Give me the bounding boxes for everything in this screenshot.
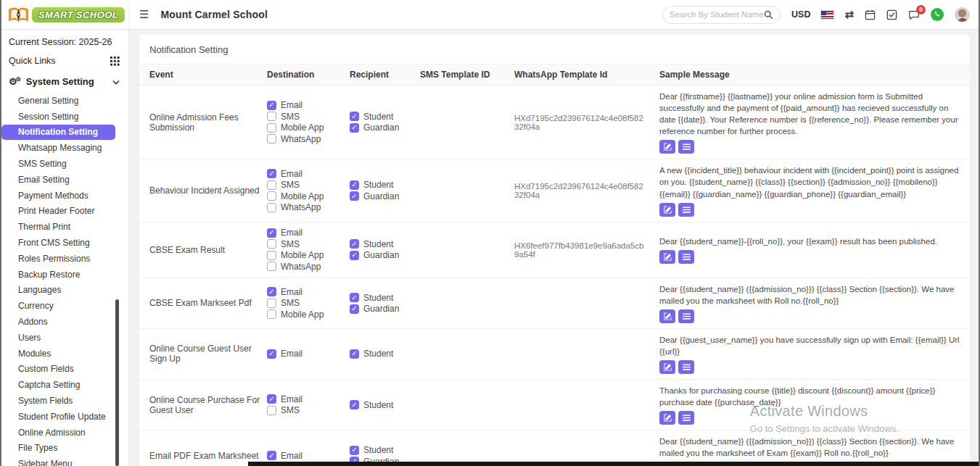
sidebar-item-email-setting[interactable]: Email Setting xyxy=(0,172,128,188)
unchecked-checkbox-icon[interactable] xyxy=(267,299,276,308)
sidebar-item-file-types[interactable]: File Types xyxy=(0,441,128,457)
messages-icon[interactable]: 0 xyxy=(908,9,920,20)
unchecked-checkbox-icon[interactable] xyxy=(267,180,276,190)
sidebar-scrollbar[interactable] xyxy=(115,299,119,466)
destination-checkbox-email[interactable]: ✓Email xyxy=(267,168,344,180)
sidebar-item-front-cms-setting[interactable]: Front CMS Setting xyxy=(0,235,128,251)
recipient-checkbox-guardian[interactable]: ✓Guardian xyxy=(350,191,414,202)
unchecked-checkbox-icon[interactable] xyxy=(267,134,276,143)
sidebar-item-users[interactable]: Users xyxy=(0,330,128,346)
sidebar-toggle-hamburger-icon[interactable]: ☰ xyxy=(139,8,149,21)
sidebar-item-custom-fields[interactable]: Custom Fields xyxy=(0,362,128,378)
recipient-checkbox-student[interactable]: ✓Student xyxy=(350,399,414,411)
whatsapp-icon[interactable] xyxy=(931,8,944,21)
app-logo[interactable]: SMART SCHOOL xyxy=(0,0,129,29)
edit-message-button[interactable] xyxy=(659,309,675,323)
user-avatar[interactable] xyxy=(955,7,970,22)
message-variables-button[interactable] xyxy=(678,360,694,374)
destination-checkbox-email[interactable]: ✓Email xyxy=(267,228,344,239)
session-switch-icon[interactable]: ⇄ xyxy=(844,8,854,21)
sidebar-item-online-admission[interactable]: Online Admission xyxy=(0,425,128,441)
message-variables-button[interactable] xyxy=(678,250,694,264)
destination-checkbox-sms[interactable]: SMS xyxy=(267,405,344,417)
unchecked-checkbox-icon[interactable] xyxy=(267,203,276,212)
sidebar-item-whatsapp-messaging[interactable]: Whatsapp Messaging xyxy=(0,140,128,156)
recipient-checkbox-student[interactable]: ✓Student xyxy=(350,111,414,122)
checked-checkbox-icon[interactable]: ✓ xyxy=(350,123,359,133)
unchecked-checkbox-icon[interactable] xyxy=(267,239,276,249)
student-search[interactable] xyxy=(662,6,781,24)
destination-checkbox-mobile-app[interactable]: Mobile App xyxy=(267,309,344,320)
edit-message-button[interactable] xyxy=(659,140,675,154)
recipient-checkbox-student[interactable]: ✓Student xyxy=(350,349,414,360)
unchecked-checkbox-icon[interactable] xyxy=(267,112,276,121)
sidebar-item-general-setting[interactable]: General Setting xyxy=(0,93,128,109)
unchecked-checkbox-icon[interactable] xyxy=(267,309,276,319)
recipient-checkbox-student[interactable]: ✓Student xyxy=(350,292,414,304)
sidebar-item-print-header-footer[interactable]: Print Header Footer xyxy=(0,204,128,220)
recipient-checkbox-student[interactable]: ✓Student xyxy=(350,180,414,191)
destination-checkbox-mobile-app[interactable]: Mobile App xyxy=(267,122,344,134)
destination-checkbox-sms[interactable]: SMS xyxy=(267,298,344,309)
sidebar-item-backup-restore[interactable]: Backup Restore xyxy=(0,267,128,283)
checked-checkbox-icon[interactable]: ✓ xyxy=(267,101,276,110)
sidebar-item-sms-setting[interactable]: SMS Setting xyxy=(0,156,128,172)
sidebar-item-notification-setting[interactable]: Notification Setting xyxy=(1,125,115,141)
task-check-icon[interactable] xyxy=(886,9,897,20)
unchecked-checkbox-icon[interactable] xyxy=(267,406,276,415)
checked-checkbox-icon[interactable]: ✓ xyxy=(350,446,359,455)
horizontal-scrollbar[interactable] xyxy=(248,462,980,466)
checked-checkbox-icon[interactable]: ✓ xyxy=(350,304,359,314)
recipient-checkbox-student[interactable]: ✓Student xyxy=(350,444,414,456)
destination-checkbox-sms[interactable]: SMS xyxy=(267,238,344,250)
checked-checkbox-icon[interactable]: ✓ xyxy=(350,251,359,260)
checked-checkbox-icon[interactable]: ✓ xyxy=(267,169,276,178)
sidebar-item-payment-methods[interactable]: Payment Methods xyxy=(0,188,128,204)
checked-checkbox-icon[interactable]: ✓ xyxy=(350,400,359,409)
sidebar-item-languages[interactable]: Languages xyxy=(0,283,128,299)
checked-checkbox-icon[interactable]: ✓ xyxy=(267,451,276,460)
destination-checkbox-whatsapp[interactable]: WhatsApp xyxy=(267,202,344,214)
destination-checkbox-email[interactable]: ✓Email xyxy=(267,349,344,360)
destination-checkbox-mobile-app[interactable]: Mobile App xyxy=(267,250,344,262)
search-input[interactable] xyxy=(670,10,764,19)
checked-checkbox-icon[interactable]: ✓ xyxy=(350,191,359,201)
unchecked-checkbox-icon[interactable] xyxy=(267,123,276,133)
checked-checkbox-icon[interactable]: ✓ xyxy=(350,112,359,121)
sidebar-item-session-setting[interactable]: Session Setting xyxy=(0,109,128,125)
recipient-checkbox-guardian[interactable]: ✓Guardian xyxy=(350,250,414,262)
language-flag-icon[interactable] xyxy=(821,11,833,19)
checked-checkbox-icon[interactable]: ✓ xyxy=(267,394,276,404)
destination-checkbox-email[interactable]: ✓Email xyxy=(267,286,344,298)
sidebar-item-thermal-print[interactable]: Thermal Print xyxy=(0,219,128,235)
recipient-checkbox-guardian[interactable]: ✓Guardian xyxy=(350,122,414,134)
sidebar-item-addons[interactable]: Addons xyxy=(0,314,128,330)
destination-checkbox-sms[interactable]: SMS xyxy=(267,111,344,122)
sidebar-item-system-fields[interactable]: System Fields xyxy=(0,393,128,409)
recipient-checkbox-guardian[interactable]: ✓Guardian xyxy=(350,303,414,315)
message-variables-button[interactable] xyxy=(678,203,694,217)
message-variables-button[interactable] xyxy=(678,309,694,323)
search-icon[interactable] xyxy=(764,10,773,20)
checked-checkbox-icon[interactable]: ✓ xyxy=(267,349,276,359)
destination-checkbox-sms[interactable]: SMS xyxy=(267,180,344,191)
sidebar-item-captcha-setting[interactable]: Captcha Setting xyxy=(0,377,128,393)
recipient-checkbox-student[interactable]: ✓Student xyxy=(350,238,414,250)
unchecked-checkbox-icon[interactable] xyxy=(267,191,276,201)
quick-links[interactable]: Quick Links xyxy=(0,50,128,70)
edit-message-button[interactable] xyxy=(659,250,675,264)
edit-message-button[interactable] xyxy=(659,411,675,425)
currency-selector[interactable]: USD xyxy=(791,9,810,20)
checked-checkbox-icon[interactable]: ✓ xyxy=(350,239,359,249)
unchecked-checkbox-icon[interactable] xyxy=(267,251,276,260)
edit-message-button[interactable] xyxy=(659,360,675,374)
sidebar-section-system-setting[interactable]: ⚙⚙ System Setting xyxy=(0,70,128,93)
sidebar-item-currency[interactable]: Currency xyxy=(0,298,128,314)
sidebar-item-student-profile-update[interactable]: Student Profile Update xyxy=(0,409,128,425)
edit-message-button[interactable] xyxy=(659,203,675,217)
destination-checkbox-email[interactable]: ✓Email xyxy=(267,100,344,112)
checked-checkbox-icon[interactable]: ✓ xyxy=(267,287,276,296)
destination-checkbox-whatsapp[interactable]: WhatsApp xyxy=(267,133,344,145)
message-variables-button[interactable] xyxy=(678,411,694,425)
destination-checkbox-email[interactable]: ✓Email xyxy=(267,450,344,462)
